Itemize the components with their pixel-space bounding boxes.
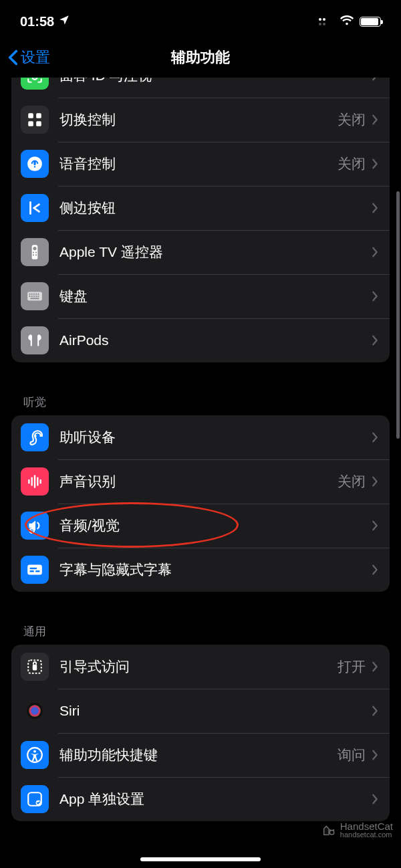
- svg-point-1: [323, 18, 325, 21]
- settings-row[interactable]: 助听设备: [11, 415, 390, 459]
- row-label: 引导式访问: [59, 657, 338, 676]
- svg-rect-23: [35, 294, 37, 295]
- row-label: 切换控制: [59, 110, 338, 129]
- hearing-icon: [21, 423, 49, 451]
- back-label: 设置: [21, 47, 50, 68]
- siri-icon: [21, 697, 49, 725]
- settings-row[interactable]: 字幕与隐藏式字幕: [11, 548, 390, 592]
- status-left: 01:58: [20, 14, 70, 29]
- switch-control-icon: [21, 106, 49, 134]
- status-time: 01:58: [20, 14, 54, 29]
- settings-row[interactable]: 语音控制关闭: [11, 142, 390, 186]
- settings-group: 引导式访问打开Siri辅助功能快捷键询问App 单独设置: [11, 645, 390, 821]
- svg-rect-27: [33, 296, 35, 297]
- watermark: HandsetCat handsetcat.com: [321, 821, 393, 839]
- svg-rect-30: [31, 298, 39, 299]
- svg-point-18: [35, 254, 37, 255]
- settings-row[interactable]: 切换控制关闭: [11, 98, 390, 142]
- settings-group: 面容 ID 与注视切换控制关闭语音控制关闭侧边按钮Apple TV 遥控器键盘A…: [11, 78, 390, 362]
- row-detail: 关闭: [338, 154, 366, 173]
- chevron-right-icon: [371, 661, 379, 673]
- guided-access-icon: [21, 653, 49, 681]
- back-button[interactable]: 设置: [8, 47, 50, 68]
- svg-point-2: [319, 23, 321, 25]
- chevron-right-icon: [371, 202, 379, 214]
- svg-point-51: [329, 830, 333, 834]
- chevron-right-icon: [371, 114, 379, 126]
- svg-point-16: [35, 251, 37, 253]
- settings-row[interactable]: 侧边按钮: [11, 186, 390, 230]
- chevron-right-icon: [371, 564, 379, 576]
- settings-row[interactable]: 声音识别关闭: [11, 459, 390, 504]
- row-label: 面容 ID 与注视: [59, 78, 371, 85]
- row-label: 键盘: [59, 287, 371, 306]
- svg-rect-39: [27, 564, 42, 574]
- svg-rect-44: [33, 665, 37, 671]
- row-label: 助听设备: [59, 428, 371, 447]
- cellular-icon: [318, 14, 334, 29]
- svg-point-38: [31, 530, 33, 532]
- side-button-icon: [21, 194, 49, 222]
- chevron-right-icon: [371, 705, 379, 717]
- voice-control-icon: [21, 150, 49, 178]
- svg-point-48: [33, 750, 36, 753]
- chevron-right-icon: [371, 749, 379, 761]
- settings-row[interactable]: 面容 ID 与注视: [11, 78, 390, 98]
- row-detail: 关闭: [338, 472, 366, 491]
- svg-rect-29: [37, 296, 39, 297]
- settings-row[interactable]: 音频/视觉: [11, 504, 390, 548]
- settings-row[interactable]: 键盘: [11, 274, 390, 318]
- svg-rect-21: [31, 294, 33, 295]
- svg-rect-11: [33, 161, 35, 166]
- home-indicator[interactable]: [140, 857, 261, 861]
- watermark-url: handsetcat.com: [340, 831, 393, 839]
- row-detail: 关闭: [338, 110, 366, 129]
- page-title: 辅助功能: [0, 47, 401, 68]
- svg-rect-26: [31, 296, 33, 297]
- svg-point-46: [29, 705, 40, 716]
- battery-icon: [360, 17, 381, 27]
- svg-rect-40: [29, 570, 34, 572]
- svg-point-15: [33, 251, 34, 253]
- content-scroll[interactable]: 面容 ID 与注视切换控制关闭语音控制关闭侧边按钮Apple TV 遥控器键盘A…: [0, 78, 401, 868]
- status-bar: 01:58: [0, 0, 401, 37]
- location-arrow-icon: [58, 14, 70, 29]
- settings-row[interactable]: App 单独设置: [11, 777, 390, 821]
- face-id-icon: [21, 78, 49, 90]
- chevron-right-icon: [371, 290, 379, 302]
- settings-row[interactable]: AirPods: [11, 318, 390, 362]
- settings-row[interactable]: Apple TV 遥控器: [11, 230, 390, 274]
- row-detail: 询问: [338, 746, 366, 764]
- status-right: [318, 13, 381, 31]
- settings-row[interactable]: Siri: [11, 689, 390, 733]
- svg-rect-20: [29, 294, 30, 295]
- svg-rect-25: [29, 296, 30, 297]
- sound-recognition-icon: [21, 467, 49, 496]
- settings-row[interactable]: 引导式访问打开: [11, 645, 390, 689]
- svg-point-3: [323, 23, 325, 25]
- section-header: 通用: [11, 611, 390, 645]
- svg-rect-8: [28, 121, 33, 126]
- svg-point-17: [33, 254, 34, 255]
- svg-point-0: [319, 18, 321, 21]
- svg-rect-22: [33, 294, 35, 295]
- wifi-icon: [340, 13, 354, 31]
- keyboard-icon: [21, 282, 49, 310]
- settings-row[interactable]: 辅助功能快捷键询问: [11, 733, 390, 777]
- row-label: 音频/视觉: [59, 516, 371, 535]
- captions-icon: [21, 556, 49, 584]
- chevron-right-icon: [371, 520, 379, 532]
- row-label: 语音控制: [59, 154, 338, 173]
- svg-rect-6: [28, 113, 33, 118]
- nav-bar: 设置 辅助功能: [0, 37, 401, 78]
- row-label: App 单独设置: [59, 790, 371, 808]
- audio-visual-icon: [21, 512, 49, 540]
- scrollbar-thumb[interactable]: [396, 191, 400, 439]
- chevron-right-icon: [371, 793, 379, 805]
- chevron-right-icon: [371, 475, 379, 487]
- svg-rect-24: [37, 294, 39, 295]
- per-app-icon: [21, 785, 49, 813]
- row-label: 侧边按钮: [59, 199, 371, 217]
- row-label: 声音识别: [59, 472, 338, 491]
- settings-group: 助听设备声音识别关闭音频/视觉字幕与隐藏式字幕: [11, 415, 390, 592]
